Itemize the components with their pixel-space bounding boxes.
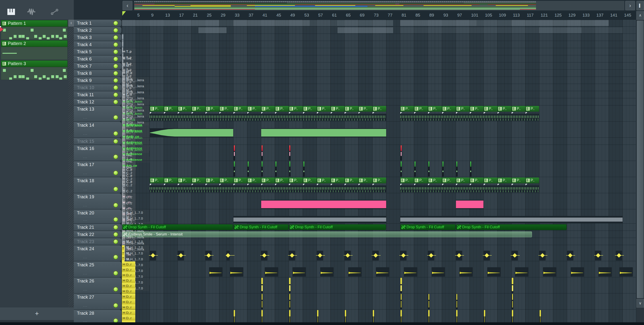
- track-header[interactable]: Track 10: [74, 84, 122, 91]
- track-name[interactable]: Track 20: [77, 210, 94, 216]
- audio-clip-body[interactable]: [261, 200, 386, 209]
- track-mute-led[interactable]: [113, 303, 118, 308]
- track-lane[interactable]: Drop Synth - Fil CutoffDrop Synth - Fil …: [122, 224, 636, 231]
- automation-clip[interactable]: Drop Synth - Fil Cutoff: [400, 224, 456, 230]
- pattern-notes-preview[interactable]: [150, 185, 386, 192]
- track-name[interactable]: Track 25: [77, 262, 94, 267]
- clip[interactable]: ⋈ZEN..Amin: [122, 99, 150, 105]
- track-header[interactable]: Track 13...: [74, 106, 122, 122]
- pattern-clip[interactable]: P..: [512, 106, 525, 112]
- pattern-clip[interactable]: P..: [317, 106, 330, 112]
- pattern-clip[interactable]: P..: [484, 177, 497, 183]
- track-header[interactable]: Track 21: [74, 224, 122, 231]
- pattern-clip[interactable]: P..: [400, 177, 414, 183]
- pattern-name[interactable]: Pattern 1: [1, 20, 68, 27]
- track-name[interactable]: Track 19: [77, 194, 94, 199]
- hit-clip[interactable]: [442, 161, 444, 177]
- pattern-item[interactable]: Pattern 2: [1, 40, 68, 60]
- track-lane[interactable]: [122, 27, 636, 34]
- pattern-clip[interactable]: P..: [428, 177, 442, 183]
- clip[interactable]: ⋈Ambience: [122, 122, 150, 128]
- waveform-icon[interactable]: [27, 9, 35, 15]
- clip-waveform-strip[interactable]: [338, 27, 393, 33]
- clip-waveform-strip[interactable]: [234, 20, 310, 26]
- track-header[interactable]: Track 15: [74, 138, 122, 145]
- pattern-clip[interactable]: P..: [317, 177, 330, 183]
- audio-clip-body[interactable]: [261, 128, 386, 137]
- clip[interactable]: [122, 34, 124, 40]
- hit-clip[interactable]: [261, 294, 263, 309]
- pattern-clip[interactable]: P..: [164, 106, 178, 112]
- hit-clip[interactable]: [428, 294, 430, 309]
- track-header[interactable]: Track 5: [74, 48, 122, 55]
- track-options-dots[interactable]: ...: [83, 255, 88, 259]
- track-name[interactable]: Track 5: [77, 49, 92, 54]
- track-lane[interactable]: ⋈ZEN..Amin⋈ZEN..Amin⋈ZEN..Amin⋈ZE..in⋈ZE…: [122, 99, 636, 105]
- track-header[interactable]: Track 8: [74, 70, 122, 77]
- hit-clip[interactable]: [234, 145, 235, 160]
- track-lane[interactable]: [122, 238, 636, 245]
- track-name[interactable]: Track 14: [77, 123, 94, 128]
- pattern-clip[interactable]: P..: [428, 106, 442, 112]
- hit-clip[interactable]: [303, 161, 305, 177]
- pattern-notes-preview[interactable]: [400, 114, 539, 121]
- track-name[interactable]: Track 4: [77, 42, 92, 47]
- pattern-clip[interactable]: P..: [331, 177, 344, 183]
- track-lane[interactable]: [122, 34, 636, 41]
- track-mute-led[interactable]: [113, 99, 118, 105]
- pattern-clip[interactable]: P..: [414, 177, 428, 183]
- clip[interactable]: ⋈..m: [122, 193, 136, 199]
- pattern-clip[interactable]: P..: [526, 106, 539, 112]
- pattern-play-cursor[interactable]: [0, 27, 4, 32]
- track-mute-led[interactable]: [113, 170, 118, 175]
- track-options-dots[interactable]: ...: [83, 116, 88, 120]
- pattern-clip[interactable]: P..: [470, 177, 484, 183]
- track-name[interactable]: Track 27: [77, 294, 94, 300]
- clip[interactable]: [122, 41, 124, 47]
- track-mute-led[interactable]: [113, 71, 118, 76]
- track-mute-led[interactable]: [113, 56, 118, 62]
- track-lane[interactable]: [122, 41, 636, 48]
- track-header[interactable]: Track 25...: [74, 261, 122, 277]
- track-header[interactable]: Track 24...: [74, 245, 122, 261]
- track-options-dots[interactable]: ...: [83, 187, 88, 191]
- track-options-dots[interactable]: ...: [83, 271, 88, 275]
- hit-clip[interactable]: [400, 161, 402, 177]
- hit-clip[interactable]: [400, 278, 402, 293]
- track-lane[interactable]: ⋈..m⋈..m⋈..m⋈..m⋈..m⋈⋈⋈..m⋈⋈..m⋈..m: [122, 193, 636, 209]
- clip-waveform-strip[interactable]: [400, 20, 477, 26]
- hit-clip[interactable]: [512, 278, 514, 293]
- track-name[interactable]: Track 3: [77, 35, 92, 40]
- track-mute-led[interactable]: [113, 186, 118, 192]
- pattern-item[interactable]: Pattern 1: [1, 20, 68, 40]
- hit-clip[interactable]: [261, 161, 263, 177]
- clip-waveform-strip[interactable]: [198, 27, 226, 33]
- pattern-clip[interactable]: P..: [303, 106, 317, 112]
- track-name[interactable]: Track 17: [77, 162, 94, 167]
- pattern-clip[interactable]: P..: [234, 106, 247, 112]
- pattern-clip[interactable]: P..: [414, 106, 428, 112]
- pattern-clip[interactable]: P..: [358, 177, 372, 183]
- track-header[interactable]: Track 9: [74, 77, 122, 84]
- track-lane[interactable]: [122, 277, 636, 293]
- pattern-clip[interactable]: P..: [442, 177, 456, 183]
- pattern-clip[interactable]: P..: [456, 177, 470, 183]
- hit-clip[interactable]: [512, 294, 514, 309]
- track-mute-led[interactable]: [113, 203, 118, 208]
- track-mute-led[interactable]: [113, 64, 118, 69]
- clip-waveform-strip[interactable]: [581, 27, 623, 33]
- track-lane[interactable]: [122, 84, 636, 91]
- pattern-clip[interactable]: P..: [247, 106, 261, 112]
- track-header[interactable]: Track 14...: [74, 122, 122, 138]
- audio-clip-body[interactable]: [400, 216, 622, 223]
- hit-clip[interactable]: [289, 161, 291, 177]
- track-lane[interactable]: [122, 20, 636, 27]
- pattern-clip[interactable]: P..: [372, 177, 386, 183]
- pattern-clip[interactable]: P..: [456, 106, 470, 112]
- track-options-dots[interactable]: ...: [83, 132, 88, 136]
- pattern-clip[interactable]: P..: [498, 106, 512, 112]
- track-lane[interactable]: [122, 138, 636, 145]
- track-name[interactable]: Track 1: [77, 21, 92, 26]
- track-header[interactable]: Track 19...: [74, 193, 122, 209]
- clip-waveform-strip[interactable]: [512, 20, 609, 26]
